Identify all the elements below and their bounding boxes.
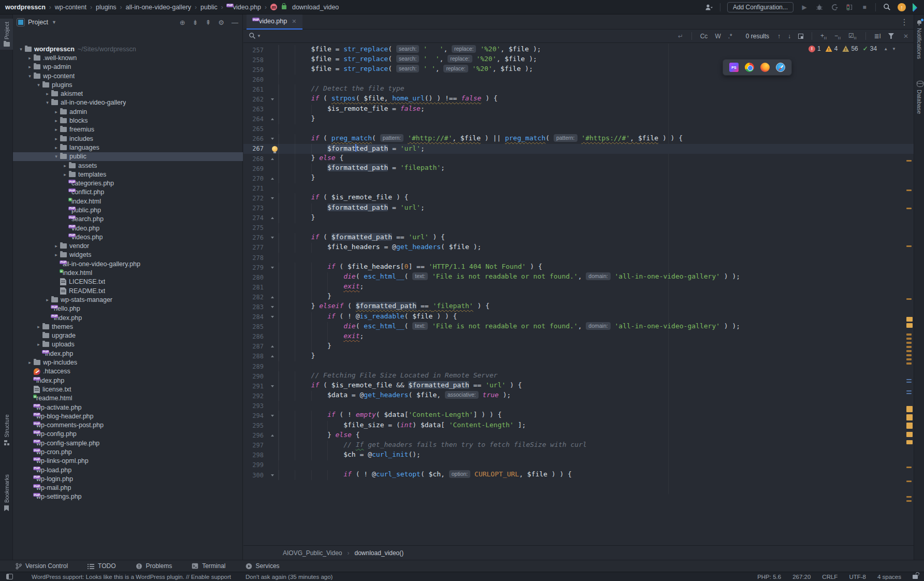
tree-chevron-icon[interactable]: ▾ <box>35 82 42 88</box>
tree-item-.well-known[interactable]: ▸.well-known <box>13 53 243 62</box>
code-line[interactable]: 272if ( $is_remote_file ) { <box>243 193 914 203</box>
search-everywhere-icon[interactable] <box>883 3 891 11</box>
fold-marker[interactable] <box>266 193 279 203</box>
filter-funnel-icon[interactable] <box>888 33 894 39</box>
chrome-icon[interactable] <box>745 63 754 72</box>
stripe-mark[interactable] <box>906 354 912 356</box>
tree-item-languages[interactable]: ▸languages <box>13 143 243 152</box>
code-line[interactable]: 285die( esc_html__( text: 'File is not r… <box>243 322 914 332</box>
stripe-mark[interactable] <box>906 160 912 162</box>
fold-marker[interactable] <box>266 470 279 480</box>
fold-open-icon[interactable] <box>271 197 274 199</box>
line-number[interactable]: 297 <box>243 442 266 449</box>
tree-item-conflict.php[interactable]: PHPconflict.php <box>13 188 243 197</box>
line-number[interactable]: 299 <box>243 461 266 469</box>
breadcrumb-item[interactable]: public <box>200 4 218 11</box>
fold-open-icon[interactable] <box>271 267 274 269</box>
code-line[interactable]: 297// If get_headers fails then try to f… <box>243 441 914 451</box>
code-line[interactable]: 263$is_remote_file = false; <box>243 105 914 114</box>
line-number[interactable]: 273 <box>243 205 266 212</box>
line-number[interactable]: 278 <box>243 254 266 262</box>
line-number[interactable]: 277 <box>243 244 266 251</box>
line-number[interactable]: 276 <box>243 234 266 241</box>
fold-close-icon[interactable] <box>271 217 274 219</box>
remove-occurrence-icon[interactable]: −II <box>834 32 841 40</box>
tree-item-public[interactable]: ▾public <box>13 152 243 161</box>
stripe-mark[interactable] <box>906 379 912 380</box>
code-line[interactable]: 267$formatted_path = 'url'; <box>243 144 914 154</box>
tree-item-index.php[interactable]: PHPindex.php <box>13 376 243 385</box>
stripe-mark[interactable] <box>906 190 912 191</box>
breadcrumb-method[interactable]: download_video() <box>355 549 404 557</box>
tab-video-php[interactable]: PHP video.php ✕ <box>247 14 302 30</box>
tree-item-admin[interactable]: ▸admin <box>13 107 243 116</box>
tree-chevron-icon[interactable]: ▸ <box>35 342 42 347</box>
tree-item-wp-admin[interactable]: ▸wp-admin <box>13 63 243 71</box>
tree-item-readme.html[interactable]: Hreadme.html <box>13 394 243 403</box>
fold-close-icon[interactable] <box>271 118 274 120</box>
user-icon[interactable] <box>705 3 713 11</box>
code-line[interactable]: 269$formatted_path = 'filepath'; <box>243 164 914 173</box>
code-line[interactable]: 266if ( preg_match( pattern: '#http://#'… <box>243 134 914 144</box>
line-number[interactable]: 272 <box>243 195 266 202</box>
tree-chevron-icon[interactable]: ▸ <box>52 252 60 257</box>
code-line[interactable]: 280die( esc_html__( text: 'File is not r… <box>243 272 914 282</box>
code-line[interactable]: 293 <box>243 401 914 411</box>
fold-marker[interactable] <box>266 173 279 183</box>
code-line[interactable]: 261// Detect the file type <box>243 84 914 94</box>
line-number[interactable]: 294 <box>243 412 266 419</box>
chevron-down-icon[interactable]: ▼ <box>52 20 56 25</box>
tree-item-blocks[interactable]: ▸blocks <box>13 116 243 125</box>
stripe-mark[interactable] <box>906 358 912 360</box>
collapse-all-icon[interactable]: ⇞ <box>205 19 211 26</box>
encoding-widget[interactable]: UTF-8 <box>849 574 866 580</box>
tree-chevron-icon[interactable]: ▸ <box>44 297 51 302</box>
stripe-mark[interactable] <box>906 208 912 209</box>
firefox-icon[interactable] <box>760 63 770 72</box>
tree-item-.htaccess[interactable]: .htaccess <box>13 367 243 376</box>
stripe-mark[interactable] <box>906 414 913 420</box>
select-all-occurrences-icon[interactable]: ☑II <box>848 32 857 40</box>
tree-item-wp-config.php[interactable]: PHPwp-config.php <box>13 430 243 439</box>
code-line[interactable]: 298$ch = @curl_init(); <box>243 451 914 460</box>
update-available-icon[interactable]: ↑ <box>898 3 906 11</box>
code-line[interactable]: 270} <box>243 173 914 183</box>
fold-marker[interactable] <box>266 134 279 144</box>
inspection-typo[interactable]: ✓34 <box>863 45 877 52</box>
line-number[interactable]: 265 <box>243 125 266 133</box>
tree-chevron-icon[interactable]: ▸ <box>44 91 51 96</box>
code-line[interactable]: 300if ( ! @curl_setopt( $ch, option: CUR… <box>243 470 914 480</box>
intention-bulb-icon[interactable] <box>272 146 278 152</box>
search-icon[interactable] <box>249 32 256 40</box>
line-number[interactable]: 266 <box>243 135 266 142</box>
indent-widget[interactable]: 4 spaces <box>877 574 901 580</box>
filter-lines-icon[interactable]: ≣I <box>874 33 881 40</box>
code-line[interactable]: 288} <box>243 352 914 361</box>
stripe-mark[interactable] <box>906 245 912 247</box>
code-line[interactable]: 265 <box>243 124 914 134</box>
code-line[interactable]: 284if ( ! @is_readable( $file ) ) { <box>243 312 914 322</box>
tree-item-wp-settings.php[interactable]: PHPwp-settings.php <box>13 492 243 501</box>
tree-item-hello.php[interactable]: PHPhello.php <box>13 304 243 313</box>
code-line[interactable]: 278 <box>243 253 914 263</box>
fold-close-icon[interactable] <box>271 434 274 437</box>
code-line[interactable]: 271 <box>243 183 914 193</box>
line-number[interactable]: 292 <box>243 393 266 400</box>
newline-icon[interactable]: ↵ <box>678 33 683 40</box>
safari-icon[interactable] <box>776 63 785 72</box>
line-number[interactable]: 258 <box>243 56 266 64</box>
tree-item-wordpresscn[interactable]: ▾wordpresscn~/Sites/wordpresscn <box>13 45 243 53</box>
tree-chevron-icon[interactable]: ▸ <box>52 243 60 249</box>
breadcrumb-item[interactable]: plugins <box>96 4 117 11</box>
tree-chevron-icon[interactable]: ▸ <box>61 172 69 177</box>
line-number[interactable]: 268 <box>243 155 266 163</box>
code-line[interactable]: 287} <box>243 342 914 352</box>
locate-file-icon[interactable]: ⊕ <box>180 19 185 26</box>
tree-item-uploads[interactable]: ▸uploads <box>13 340 243 349</box>
stripe-mark[interactable] <box>906 333 912 336</box>
tree-item-index.php[interactable]: PHPindex.php <box>13 349 243 358</box>
tree-chevron-icon[interactable]: ▾ <box>52 154 60 159</box>
stripe-mark[interactable] <box>906 382 912 383</box>
tool-window-button-terminal[interactable]: Terminal <box>192 562 225 570</box>
words-toggle[interactable]: W <box>715 33 720 40</box>
